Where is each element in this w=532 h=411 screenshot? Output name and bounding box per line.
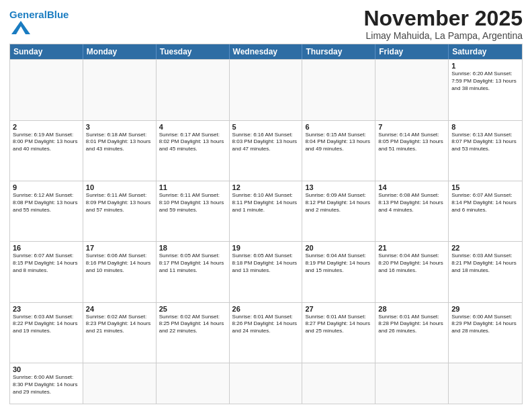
cal-cell-3-0: 16Sunrise: 6:07 AM Sunset: 8:15 PM Dayli…	[10, 242, 83, 302]
day-number: 14	[378, 183, 445, 191]
cal-cell-5-1	[83, 363, 157, 404]
day-number: 22	[451, 244, 519, 252]
day-info: Sunrise: 6:04 AM Sunset: 8:20 PM Dayligh…	[378, 253, 445, 274]
calendar-row-2: 9Sunrise: 6:12 AM Sunset: 8:08 PM Daylig…	[10, 181, 522, 241]
day-info: Sunrise: 6:11 AM Sunset: 8:10 PM Dayligh…	[159, 192, 226, 214]
calendar-row-1: 2Sunrise: 6:19 AM Sunset: 8:00 PM Daylig…	[10, 120, 522, 181]
cal-cell-2-4: 13Sunrise: 6:09 AM Sunset: 8:12 PM Dayli…	[302, 181, 375, 241]
subtitle: Limay Mahuida, La Pampa, Argentina	[363, 30, 523, 41]
cal-cell-4-4: 27Sunrise: 6:01 AM Sunset: 8:27 PM Dayli…	[302, 303, 375, 363]
day-info: Sunrise: 6:05 AM Sunset: 8:18 PM Dayligh…	[232, 253, 300, 274]
day-info: Sunrise: 6:03 AM Sunset: 8:21 PM Dayligh…	[451, 253, 519, 274]
day-number: 5	[232, 123, 300, 131]
day-info: Sunrise: 6:00 AM Sunset: 8:30 PM Dayligh…	[13, 374, 80, 396]
day-number: 3	[86, 123, 153, 131]
cal-cell-5-5	[375, 363, 449, 404]
day-number: 4	[159, 123, 226, 131]
day-info: Sunrise: 6:08 AM Sunset: 8:13 PM Dayligh…	[378, 192, 445, 214]
calendar-body: 1Sunrise: 6:20 AM Sunset: 7:59 PM Daylig…	[10, 59, 522, 404]
cal-cell-1-3: 5Sunrise: 6:16 AM Sunset: 8:03 PM Daylig…	[230, 121, 303, 181]
day-info: Sunrise: 6:15 AM Sunset: 8:04 PM Dayligh…	[305, 132, 372, 153]
cal-cell-2-0: 9Sunrise: 6:12 AM Sunset: 8:08 PM Daylig…	[10, 181, 83, 241]
day-info: Sunrise: 6:04 AM Sunset: 8:19 PM Dayligh…	[305, 253, 372, 274]
cal-cell-0-4	[302, 60, 375, 120]
day-info: Sunrise: 6:06 AM Sunset: 8:16 PM Dayligh…	[86, 253, 153, 274]
logo-icon	[11, 21, 30, 34]
cal-cell-3-2: 18Sunrise: 6:05 AM Sunset: 8:17 PM Dayli…	[157, 242, 230, 302]
day-number: 30	[13, 365, 80, 373]
weekday-header-monday: Monday	[83, 44, 157, 59]
weekday-header-thursday: Thursday	[302, 44, 375, 59]
cal-cell-0-3	[230, 60, 303, 120]
cal-cell-5-2	[157, 363, 230, 404]
cal-cell-1-0: 2Sunrise: 6:19 AM Sunset: 8:00 PM Daylig…	[10, 121, 83, 181]
calendar-row-3: 16Sunrise: 6:07 AM Sunset: 8:15 PM Dayli…	[10, 241, 522, 302]
day-info: Sunrise: 6:12 AM Sunset: 8:08 PM Dayligh…	[13, 192, 80, 214]
day-number: 12	[232, 183, 300, 191]
cal-cell-0-0	[10, 60, 83, 120]
logo-blue: Blue	[47, 9, 69, 20]
cal-cell-0-5	[375, 60, 449, 120]
day-number: 1	[451, 62, 519, 70]
day-number: 29	[451, 305, 519, 313]
cal-cell-2-3: 12Sunrise: 6:10 AM Sunset: 8:11 PM Dayli…	[230, 181, 303, 241]
cal-cell-3-1: 17Sunrise: 6:06 AM Sunset: 8:16 PM Dayli…	[83, 242, 157, 302]
weekday-header-saturday: Saturday	[449, 44, 522, 59]
day-number: 28	[378, 305, 445, 313]
day-number: 25	[159, 305, 226, 313]
day-number: 2	[13, 123, 80, 131]
cal-cell-1-6: 8Sunrise: 6:13 AM Sunset: 8:07 PM Daylig…	[449, 121, 522, 181]
day-info: Sunrise: 6:11 AM Sunset: 8:09 PM Dayligh…	[86, 192, 153, 214]
cal-cell-4-5: 28Sunrise: 6:01 AM Sunset: 8:28 PM Dayli…	[375, 303, 449, 363]
day-info: Sunrise: 6:01 AM Sunset: 8:26 PM Dayligh…	[232, 314, 300, 335]
cal-cell-3-4: 20Sunrise: 6:04 AM Sunset: 8:19 PM Dayli…	[302, 242, 375, 302]
day-info: Sunrise: 6:16 AM Sunset: 8:03 PM Dayligh…	[232, 132, 300, 153]
cal-cell-4-0: 23Sunrise: 6:03 AM Sunset: 8:22 PM Dayli…	[10, 303, 83, 363]
day-info: Sunrise: 6:03 AM Sunset: 8:22 PM Dayligh…	[13, 314, 80, 335]
day-number: 24	[86, 305, 153, 313]
cal-cell-1-1: 3Sunrise: 6:18 AM Sunset: 8:01 PM Daylig…	[83, 121, 157, 181]
day-info: Sunrise: 6:20 AM Sunset: 7:59 PM Dayligh…	[451, 71, 519, 92]
cal-cell-4-1: 24Sunrise: 6:02 AM Sunset: 8:23 PM Dayli…	[83, 303, 157, 363]
day-info: Sunrise: 6:10 AM Sunset: 8:11 PM Dayligh…	[232, 192, 300, 214]
weekday-header-wednesday: Wednesday	[230, 44, 303, 59]
day-info: Sunrise: 6:13 AM Sunset: 8:07 PM Dayligh…	[451, 132, 519, 153]
month-title: November 2025	[363, 7, 523, 30]
day-number: 8	[451, 123, 519, 131]
day-number: 16	[13, 244, 80, 252]
day-number: 7	[378, 123, 445, 131]
day-info: Sunrise: 6:00 AM Sunset: 8:29 PM Dayligh…	[451, 314, 519, 335]
day-number: 23	[13, 305, 80, 313]
day-number: 6	[305, 123, 372, 131]
weekday-header-sunday: Sunday	[10, 44, 83, 59]
page: GeneralBlue November 2025 Limay Mahuida,…	[0, 0, 532, 411]
calendar-row-4: 23Sunrise: 6:03 AM Sunset: 8:22 PM Dayli…	[10, 302, 522, 363]
cal-cell-4-6: 29Sunrise: 6:00 AM Sunset: 8:29 PM Dayli…	[449, 303, 522, 363]
calendar: SundayMondayTuesdayWednesdayThursdayFrid…	[9, 44, 523, 404]
header: GeneralBlue November 2025 Limay Mahuida,…	[9, 7, 523, 41]
day-number: 21	[378, 244, 445, 252]
day-number: 11	[159, 183, 226, 191]
day-info: Sunrise: 6:01 AM Sunset: 8:27 PM Dayligh…	[305, 314, 372, 335]
day-info: Sunrise: 6:02 AM Sunset: 8:25 PM Dayligh…	[159, 314, 226, 335]
cal-cell-4-2: 25Sunrise: 6:02 AM Sunset: 8:25 PM Dayli…	[157, 303, 230, 363]
day-info: Sunrise: 6:02 AM Sunset: 8:23 PM Dayligh…	[86, 314, 153, 335]
day-info: Sunrise: 6:09 AM Sunset: 8:12 PM Dayligh…	[305, 192, 372, 214]
day-info: Sunrise: 6:05 AM Sunset: 8:17 PM Dayligh…	[159, 253, 226, 274]
cal-cell-5-6	[449, 363, 522, 404]
cal-cell-2-2: 11Sunrise: 6:11 AM Sunset: 8:10 PM Dayli…	[157, 181, 230, 241]
day-number: 26	[232, 305, 300, 313]
cal-cell-3-5: 21Sunrise: 6:04 AM Sunset: 8:20 PM Dayli…	[375, 242, 449, 302]
day-info: Sunrise: 6:19 AM Sunset: 8:00 PM Dayligh…	[13, 132, 80, 153]
title-block: November 2025 Limay Mahuida, La Pampa, A…	[363, 7, 523, 41]
day-number: 10	[86, 183, 153, 191]
cal-cell-3-3: 19Sunrise: 6:05 AM Sunset: 8:18 PM Dayli…	[230, 242, 303, 302]
day-info: Sunrise: 6:17 AM Sunset: 8:02 PM Dayligh…	[159, 132, 226, 153]
day-info: Sunrise: 6:07 AM Sunset: 8:14 PM Dayligh…	[451, 192, 519, 214]
calendar-header: SundayMondayTuesdayWednesdayThursdayFrid…	[10, 44, 522, 59]
cal-cell-0-6: 1Sunrise: 6:20 AM Sunset: 7:59 PM Daylig…	[449, 60, 522, 120]
weekday-header-friday: Friday	[375, 44, 449, 59]
logo-text: GeneralBlue	[9, 9, 69, 21]
cal-cell-1-2: 4Sunrise: 6:17 AM Sunset: 8:02 PM Daylig…	[157, 121, 230, 181]
cal-cell-4-3: 26Sunrise: 6:01 AM Sunset: 8:26 PM Dayli…	[230, 303, 303, 363]
